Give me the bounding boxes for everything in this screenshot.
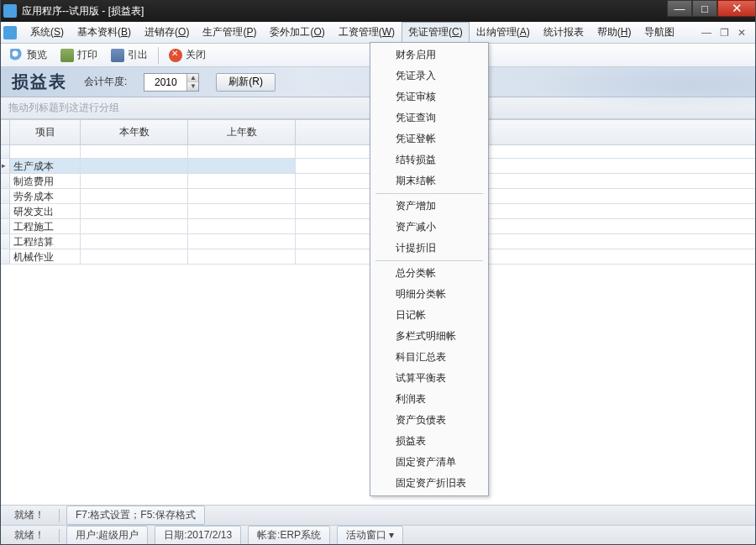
dropdown-item[interactable]: 日记帐 (372, 305, 486, 326)
row-indicator (0, 145, 10, 158)
menu-separator (375, 260, 483, 261)
dropdown-item[interactable]: 结转损益 (372, 149, 486, 170)
mdi-close-icon[interactable]: ✕ (738, 27, 746, 39)
status-separator (59, 529, 60, 542)
dropdown-item[interactable]: 科目汇总表 (372, 347, 486, 368)
cell-item[interactable]: 制造费用 (10, 174, 81, 188)
year-picker[interactable]: ▲ ▼ (144, 73, 199, 92)
preview-button[interactable]: 预览 (5, 46, 52, 64)
close-label: 关闭 (186, 48, 206, 62)
dropdown-item[interactable]: 资产增加 (372, 196, 486, 217)
group-hint: 拖动列标题到这进行分组 (8, 101, 119, 115)
dropdown-item[interactable]: 利润表 (372, 389, 486, 410)
print-button[interactable]: 打印 (55, 46, 102, 64)
menu-item[interactable]: 导航图 (638, 22, 681, 43)
maximize-button[interactable]: □ (692, 0, 717, 17)
year-label: 会计年度: (84, 75, 127, 89)
cell-item[interactable]: 生产成本 (10, 159, 81, 173)
cell-last-year[interactable] (188, 174, 296, 188)
dropdown-item[interactable]: 计提折旧 (372, 238, 486, 259)
cell-item[interactable]: 机械作业 (10, 249, 81, 264)
year-down-icon[interactable]: ▼ (186, 82, 198, 91)
cell-last-year[interactable] (188, 219, 296, 233)
dropdown-item[interactable]: 资产减小 (372, 217, 486, 238)
col-header-2[interactable]: 上年数 (188, 120, 296, 144)
dropdown-item[interactable]: 期末结帐 (372, 170, 486, 191)
cell-this-year[interactable] (81, 204, 188, 218)
close-icon (169, 49, 182, 62)
menu-item[interactable]: 委外加工(O) (263, 22, 331, 43)
export-icon (111, 49, 124, 62)
dropdown-item[interactable]: 总分类帐 (372, 263, 486, 284)
status-ready: 就绪！ (7, 506, 52, 525)
dropdown-item[interactable]: 损益表 (372, 431, 486, 452)
filter-cell[interactable] (10, 145, 81, 158)
status-bar-2: 就绪！ 用户:超级用户 日期:2017/2/13 帐套:ERP系统 活动窗口 ▾ (0, 525, 756, 545)
menu-item[interactable]: 统计报表 (537, 22, 591, 43)
dropdown-item[interactable]: 财务启用 (372, 45, 486, 66)
filter-cell[interactable] (188, 145, 296, 158)
col-header-0[interactable]: 项目 (10, 120, 81, 144)
row-indicator (0, 189, 10, 203)
close-window-button[interactable]: ✕ (717, 0, 756, 17)
dropdown-item[interactable]: 凭证录入 (372, 66, 486, 86)
minimize-button[interactable]: — (667, 0, 692, 17)
year-up-icon[interactable]: ▲ (186, 74, 198, 82)
menu-item[interactable]: 基本资料(B) (71, 22, 138, 43)
filter-cell[interactable] (81, 145, 188, 158)
menu-separator (375, 193, 483, 194)
cell-this-year[interactable] (81, 189, 188, 203)
row-indicator (0, 249, 10, 264)
export-button[interactable]: 引出 (106, 46, 153, 64)
cell-this-year[interactable] (81, 219, 188, 233)
dropdown-item[interactable]: 凭证查询 (372, 107, 486, 128)
dropdown-item[interactable]: 资产负债表 (372, 410, 486, 431)
dropdown-item[interactable]: 凭证登帐 (372, 128, 486, 149)
cell-last-year[interactable] (188, 189, 296, 203)
status-user: 用户:超级用户 (66, 526, 148, 545)
dropdown-item[interactable]: 凭证审核 (372, 86, 486, 107)
mdi-minimize-icon[interactable]: — (701, 27, 711, 39)
print-label: 打印 (77, 48, 97, 62)
menu-item[interactable]: 生产管理(P) (196, 22, 263, 43)
cell-item[interactable]: 研发支出 (10, 204, 81, 218)
cell-this-year[interactable] (81, 234, 188, 249)
dropdown-item[interactable]: 明细分类帐 (372, 284, 486, 305)
cell-last-year[interactable] (188, 249, 296, 264)
year-input[interactable] (144, 76, 186, 88)
dropdown-item[interactable]: 固定资产折旧表 (372, 473, 486, 494)
menu-item[interactable]: 帮助(H) (591, 22, 638, 43)
menu-bar: 系统(S)基本资料(B)进销存(O)生产管理(P)委外加工(O)工资管理(W)凭… (0, 22, 756, 44)
col-header-1[interactable]: 本年数 (81, 120, 188, 144)
menu-item[interactable]: 进销存(O) (138, 22, 196, 43)
menu-item[interactable]: 凭证管理(C) (402, 22, 470, 43)
status-bar-1: 就绪！ F7:格式设置；F5:保存格式 (0, 505, 756, 525)
print-icon (60, 49, 74, 62)
cell-this-year[interactable] (81, 159, 188, 173)
row-indicator-header (0, 120, 10, 144)
cell-last-year[interactable] (188, 204, 296, 218)
menu-item[interactable]: 工资管理(W) (332, 22, 402, 43)
cell-item[interactable]: 工程施工 (10, 219, 81, 233)
status-ready-2: 就绪！ (7, 526, 52, 545)
cell-item[interactable]: 劳务成本 (10, 189, 81, 203)
row-indicator (0, 174, 10, 188)
export-label: 引出 (128, 48, 148, 62)
refresh-button[interactable]: 刷新(R) (216, 73, 276, 92)
doc-icon (3, 26, 17, 39)
window-title: 应用程序--试用版 - [损益表] (22, 4, 144, 18)
cell-last-year[interactable] (188, 234, 296, 249)
dropdown-item[interactable]: 多栏式明细帐 (372, 326, 486, 347)
dropdown-item[interactable]: 固定资产清单 (372, 452, 486, 473)
menu-item[interactable]: 系统(S) (24, 22, 71, 43)
mdi-restore-icon[interactable]: ❐ (720, 27, 729, 39)
menu-item[interactable]: 出纳管理(A) (470, 22, 537, 43)
cell-last-year[interactable] (188, 159, 296, 173)
cell-item[interactable]: 工程结算 (10, 234, 81, 249)
dropdown-item[interactable]: 试算平衡表 (372, 368, 486, 389)
cell-this-year[interactable] (81, 249, 188, 264)
toolbar-separator (158, 47, 159, 64)
status-active-window[interactable]: 活动窗口 ▾ (337, 526, 403, 545)
close-button[interactable]: 关闭 (164, 46, 211, 64)
cell-this-year[interactable] (81, 174, 188, 188)
